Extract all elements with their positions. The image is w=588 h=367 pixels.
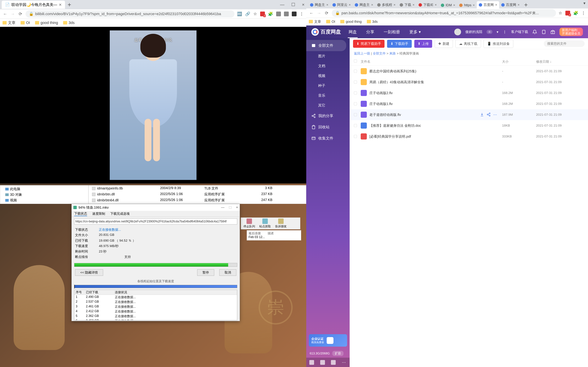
menu-icon[interactable]: ⋮ [300,12,304,16]
bookmark-item[interactable]: 3ds [63,21,75,25]
avatar[interactable] [454,29,461,35]
bookmark-item[interactable]: 文章 [309,19,321,24]
url-input[interactable]: 🔒 pan.baidu.com/disk/home?from=newversio… [332,9,556,17]
share-icon[interactable]: 🔗 [245,12,250,16]
minimize-icon[interactable]: — [280,2,285,7]
tab-status[interactable]: 下载状态 [74,211,87,216]
nav-item[interactable]: 更多 ▾ [408,26,422,38]
bell-icon[interactable] [532,30,537,34]
row-checkbox[interactable] [354,70,357,73]
close-icon[interactable]: × [349,3,351,7]
bookmark-item[interactable]: OI [326,20,335,24]
browser-tab[interactable]: 下载 × [398,1,417,8]
reload-icon[interactable]: ⟳ [18,11,23,17]
translate-icon[interactable]: 🔤 [237,12,242,16]
thread-row[interactable]: 5 2.362 GB 正在接收数据... [74,314,237,318]
share-icon[interactable] [487,112,491,117]
search-input[interactable] [544,41,585,47]
dock-more-icon[interactable]: ⋯ [342,360,346,365]
minimize-icon[interactable]: — [221,205,225,209]
vip-badge[interactable]: ♔ [487,30,492,34]
sidebar-item-3d[interactable]: 3D 对象 [5,192,83,197]
thread-row[interactable]: 2 2.537 GB 正在接收数据... [74,300,237,304]
nav-item[interactable]: 分享 [365,26,375,38]
dock-phone-icon[interactable] [331,360,336,365]
file-row[interactable]: 周易（易经）43集动画高清详解全集 - 2021-07-31 21:09 [350,77,588,87]
sidebar-sub-item[interactable]: 文档 [306,61,350,71]
dock-transfer-icon[interactable] [309,360,314,365]
maximize-icon[interactable]: ☐ [229,205,232,209]
browser-tab[interactable]: 百度网 × [499,1,522,8]
select-all-checkbox[interactable] [354,59,357,63]
bookmark-item[interactable]: good thing [35,21,58,25]
offline-download-button[interactable]: ☁离线下载 [456,40,481,48]
close-icon[interactable]: × [435,3,437,7]
promo-button[interactable]: 新用户福利 开通超级会员 [559,28,583,36]
toolbar-tell-friend[interactable]: 告诉朋友 [275,218,287,228]
puzzle-icon[interactable]: 🧩 [573,11,578,16]
browser-tab[interactable]: 阿里云 × [330,1,353,8]
cancel-button[interactable]: 取消 [219,269,236,276]
col-name[interactable]: 文件名 [361,59,502,64]
tab-on-complete[interactable]: 下载完成选项 [110,212,130,216]
sidebar-collect[interactable]: 收集文件 [306,133,350,144]
back-icon[interactable]: ← [309,10,314,16]
extension-icon[interactable] [276,12,281,16]
close-window-icon[interactable]: × [302,2,304,7]
sidebar-sub-item[interactable]: 其它 [306,100,350,110]
more-icon[interactable]: ⋯ [493,112,497,117]
puzzle-icon[interactable]: 🧩 [268,12,273,16]
file-row[interactable]: [必看]经典国学分享说明.pdf 333KB 2021-07-31 21:09 [350,131,588,142]
maximize-icon[interactable]: ☐ [291,2,295,7]
thread-list[interactable]: 序号 已经下载 连接状况 1 2.490 GB 正在接收数据... 2 2.53… [74,290,237,320]
browser-tab[interactable]: IDM × [439,2,457,8]
new-tab-button[interactable]: + [68,1,71,8]
video-player[interactable]: 趁着月色 我想对你说 [0,27,306,184]
browser-tab[interactable]: 多线程 × [375,1,398,8]
col-size[interactable]: 大小 [502,59,536,64]
close-icon[interactable]: × [413,3,415,7]
file-row[interactable]: idmbrbtn.dll 2022/5/26 1:06 应用程序扩展 237 K… [89,191,306,197]
upload-button[interactable]: ⬆上传 [414,40,432,48]
browser-tab[interactable]: 百度网 × [477,1,499,8]
tab-overflow-icon[interactable]: ▾ [583,1,585,6]
username[interactable]: 傲娇的浅陌 [465,30,482,34]
download-icon[interactable] [480,112,484,117]
tab-speed-limit[interactable]: 速度限制 [92,212,105,216]
enterprise-promo[interactable]: 企业认证 戳我免费拿 [309,334,347,347]
extension-icon[interactable] [260,12,265,16]
download-url[interactable]: https://cn-beijing-data.aliyundrive.net/… [74,218,237,225]
toolbar-stop-queue[interactable]: 停止队列 [243,218,255,228]
pause-button[interactable]: 暂停 [197,269,214,276]
extension-icon[interactable] [292,12,297,16]
chevron-down-icon[interactable]: ▾ [497,30,498,34]
hide-details-button[interactable]: << 隐藏详情 [75,269,103,276]
gift-icon[interactable] [550,30,555,34]
close-icon[interactable]: × [394,3,396,7]
clipboard-icon[interactable] [541,30,546,34]
row-checkbox[interactable] [354,124,357,127]
download-helper-button[interactable]: ⬇下载助手 [387,40,412,48]
sidebar-recycle[interactable]: 回收站 [306,121,350,133]
simple-download-button[interactable]: ⬇简易下载助手 [353,40,385,48]
close-icon[interactable]: × [518,3,520,7]
row-checkbox[interactable] [354,92,357,94]
row-checkbox[interactable] [354,113,357,116]
sidebar-sub-item[interactable]: 音乐 [306,91,350,100]
star-icon[interactable]: ☆ [253,12,257,16]
row-checkbox[interactable] [354,135,357,138]
browser-tab[interactable]: 下载IE × [416,1,439,8]
close-icon[interactable]: × [371,3,373,7]
nav-item[interactable]: 一刻相册 [383,26,401,38]
nav-item[interactable]: 网盘 [348,26,358,38]
breadcrumb-part[interactable]: 来路 [389,52,396,55]
push-device-button[interactable]: 📱推送到设备 [484,40,513,48]
sidebar-sub-item[interactable]: 种子 [306,81,350,91]
close-icon[interactable]: × [473,3,475,7]
sidebar-item-pc[interactable]: 此电脑 [5,186,83,192]
close-icon[interactable]: × [236,205,238,209]
new-tab-button[interactable]: + [524,1,528,8]
thread-row[interactable]: 4 2.412 GB 正在接收数据... [74,309,237,314]
row-checkbox[interactable] [354,102,357,105]
file-row[interactable]: 庄子动画版1.flv 168.2M 2021-07-31 21:09 [350,98,588,109]
